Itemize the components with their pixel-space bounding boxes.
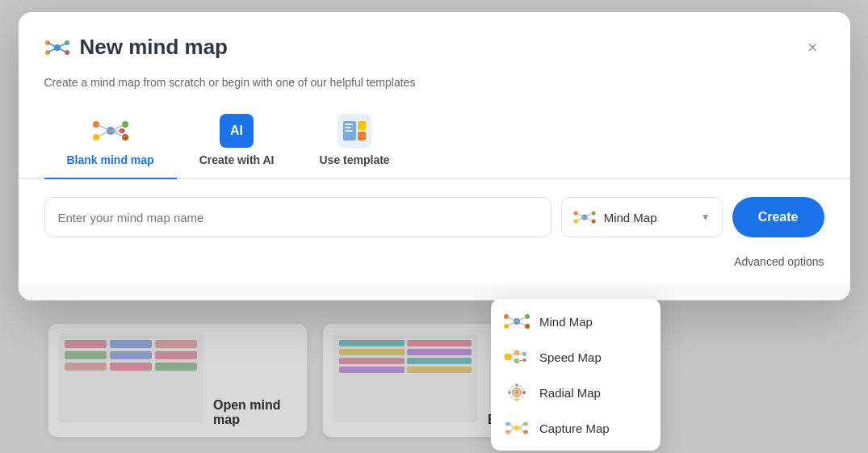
svg-point-65 <box>523 430 528 434</box>
svg-line-50 <box>511 353 514 357</box>
modal-subtitle: Create a mind map from scratch or begin … <box>19 76 850 105</box>
tab-use-template[interactable]: Use template <box>296 105 412 179</box>
svg-rect-49 <box>522 359 526 362</box>
svg-rect-24 <box>345 130 353 132</box>
svg-line-52 <box>519 353 522 354</box>
dropdown-capture-map-label: Capture Map <box>539 422 610 435</box>
type-dropdown: Mind Map Speed Map <box>491 299 660 451</box>
svg-rect-45 <box>505 354 511 360</box>
mind-map-name-input[interactable] <box>44 197 551 237</box>
tab-blank-mind-map[interactable]: Blank mind map <box>44 105 177 179</box>
tab-create-with-ai[interactable]: AI Create with AI <box>177 105 297 179</box>
ai-icon: AI <box>220 114 254 148</box>
svg-point-58 <box>515 398 518 401</box>
modal-title-group: New mind map <box>44 35 228 60</box>
input-section: Mind Map ▼ Create <box>19 179 850 255</box>
svg-rect-48 <box>522 352 526 356</box>
tab-ai-label: Create with AI <box>199 153 275 166</box>
template-icon <box>338 114 371 148</box>
modal-header: New mind map × <box>19 12 850 76</box>
svg-point-61 <box>514 426 520 430</box>
svg-point-63 <box>505 430 510 434</box>
svg-point-64 <box>523 422 528 426</box>
tab-template-label: Use template <box>319 153 389 166</box>
svg-point-59 <box>508 391 511 394</box>
speed-map-dropdown-icon <box>504 347 530 367</box>
chevron-down-icon: ▼ <box>701 212 711 223</box>
blank-mindmap-icon-container <box>90 115 132 147</box>
svg-line-53 <box>519 360 522 361</box>
modal: New mind map × Create a mind map from sc… <box>19 12 850 300</box>
advanced-options-row: Advanced options <box>19 255 850 284</box>
create-button[interactable]: Create <box>732 197 824 237</box>
svg-point-57 <box>515 384 518 387</box>
dropdown-item-mind-map[interactable]: Mind Map <box>491 304 660 339</box>
mind-map-dropdown-icon <box>504 312 530 331</box>
type-selector-current: Mind Map <box>604 211 693 224</box>
blank-mindmap-icon <box>90 116 132 145</box>
capture-map-dropdown-icon <box>504 418 530 438</box>
close-button[interactable]: × <box>801 36 824 60</box>
ai-icon-container: AI <box>216 115 258 147</box>
tab-blank-label: Blank mind map <box>67 153 154 166</box>
dropdown-speed-map-label: Speed Map <box>539 350 602 364</box>
type-selector-icon <box>573 209 596 225</box>
modal-title: New mind map <box>80 35 228 60</box>
dropdown-item-speed-map[interactable]: Speed Map <box>491 339 660 375</box>
template-icon-container <box>333 115 375 147</box>
svg-rect-22 <box>345 124 353 125</box>
advanced-options-text[interactable]: Advanced options <box>734 255 824 268</box>
svg-rect-46 <box>514 350 519 355</box>
radial-map-dropdown-icon <box>504 383 530 402</box>
svg-rect-25 <box>358 121 366 130</box>
svg-point-56 <box>514 390 519 395</box>
dropdown-mind-map-label: Mind Map <box>539 315 593 329</box>
svg-line-66 <box>510 424 514 428</box>
modal-bottom <box>19 284 850 300</box>
type-selector[interactable]: Mind Map ▼ <box>561 197 723 237</box>
dropdown-item-radial-map[interactable]: Radial Map <box>491 375 660 410</box>
svg-line-67 <box>510 428 514 432</box>
svg-rect-26 <box>358 132 366 141</box>
dropdown-radial-map-label: Radial Map <box>539 386 601 400</box>
svg-line-69 <box>520 428 523 432</box>
svg-point-60 <box>522 391 526 394</box>
svg-rect-23 <box>345 127 351 128</box>
svg-line-68 <box>520 424 523 428</box>
dropdown-item-capture-map[interactable]: Capture Map <box>491 410 660 446</box>
svg-line-51 <box>511 357 514 361</box>
modal-overlay: New mind map × Create a mind map from sc… <box>0 0 868 453</box>
tab-bar: Blank mind map AI Create with AI <box>19 105 850 179</box>
svg-rect-47 <box>514 359 519 363</box>
svg-point-62 <box>505 422 510 426</box>
mindmap-logo-icon <box>44 36 70 59</box>
